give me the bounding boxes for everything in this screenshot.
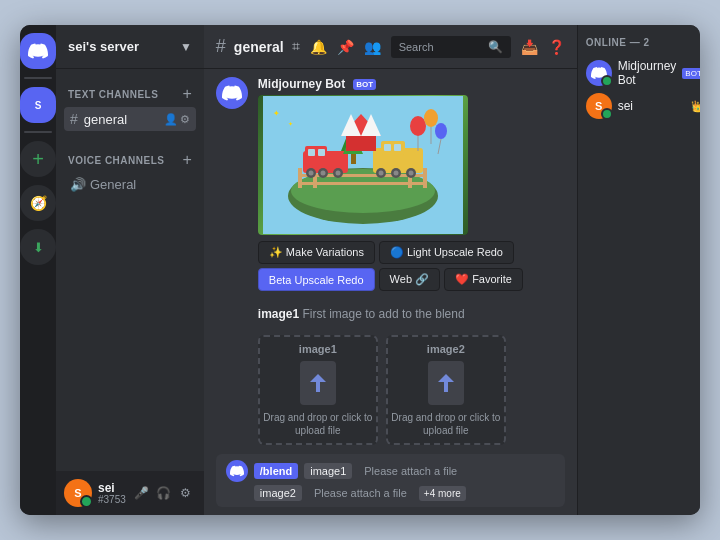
member-emoji-crown: 👑 [691, 100, 700, 113]
online-header: ONLINE — 2 [586, 37, 700, 48]
server-name: sei's server [68, 39, 180, 54]
member-bot-icon [591, 65, 607, 81]
svg-rect-22 [394, 144, 401, 151]
voice-channels-header: VOICE CHANNELS + [64, 151, 196, 169]
hashtag-icon[interactable]: ⌗ [292, 38, 300, 55]
svg-text:✦: ✦ [288, 121, 293, 127]
web-btn[interactable]: Web 🔗 [379, 268, 440, 291]
headphone-icon[interactable]: 🎧 [154, 483, 174, 503]
channel-sidebar: sei's server ▼ TEXT CHANNELS + # general… [56, 25, 204, 515]
member-badge-bot: BOT [682, 68, 700, 79]
member-name-bot: Midjourney Bot [618, 59, 677, 87]
upload-card-1-text: Drag and drop or click to upload file [260, 411, 376, 437]
user-info: sei #3753 [98, 482, 126, 505]
add-text-channel-icon[interactable]: + [182, 85, 191, 103]
light-upscale-btn[interactable]: 🔵 Light Upscale Redo [379, 241, 514, 264]
command-chip-image2[interactable]: image2 [254, 485, 302, 501]
username: sei [98, 482, 126, 494]
search-icon: 🔍 [488, 40, 503, 54]
channel-hash-icon: # [70, 111, 78, 127]
generated-image[interactable]: ✦ ✦ [258, 95, 468, 235]
action-buttons: ✨ Make Variations 🔵 Light Upscale Redo B… [258, 241, 565, 291]
search-bar[interactable]: Search 🔍 [391, 36, 511, 58]
speaker-icon: 🔊 [70, 177, 86, 192]
bot-message: Midjourney Bot BOT [216, 77, 565, 291]
member-item-bot[interactable]: Midjourney Bot BOT [586, 56, 700, 90]
explore-icon[interactable]: 🧭 [20, 185, 56, 221]
text-channels-header: TEXT CHANNELS + [64, 85, 196, 103]
member-avatar-sei: S [586, 93, 612, 119]
bot-message-content: Midjourney Bot BOT [258, 77, 565, 291]
blend-label: image1 First image to add to the blend [216, 307, 565, 321]
search-placeholder: Search [399, 41, 484, 53]
header-hash-icon: # [216, 36, 226, 57]
sei-server-icon[interactable]: S [20, 87, 56, 123]
help-icon[interactable]: ❓ [548, 39, 565, 55]
svg-point-16 [320, 171, 325, 176]
svg-point-34 [435, 123, 447, 139]
channel-header: # general ⌗ 🔔 📌 👥 Search 🔍 📥 ❓ [204, 25, 577, 69]
general-channel-item[interactable]: # general 👤 ⚙ [64, 107, 196, 131]
command-row-2: image2 Please attach a file +4 more [226, 485, 555, 501]
right-panel: ONLINE — 2 Midjourney Bot BOT S sei 👑 [577, 25, 700, 515]
upload-cards: image1 Drag and drop or click to upload … [216, 335, 565, 445]
text-channels-label: TEXT CHANNELS [68, 89, 158, 100]
text-channels-section: TEXT CHANNELS + # general 👤 ⚙ [56, 69, 204, 135]
header-channel-name: general [234, 39, 284, 55]
blend-label-text: First image to add to the blend [303, 307, 465, 321]
command-avatar [226, 460, 248, 482]
midjourney-scene: ✦ ✦ [258, 95, 468, 235]
scene-svg: ✦ ✦ [263, 96, 463, 234]
voice-channels-section: VOICE CHANNELS + 🔊 General [56, 135, 204, 200]
command-chip-attach2[interactable]: Please attach a file [308, 485, 413, 501]
upload-card-2-title: image2 [427, 343, 465, 355]
discord-home-icon[interactable] [20, 33, 56, 69]
member-item-sei[interactable]: S sei 👑 [586, 90, 700, 122]
settings-icon[interactable]: ⚙ [180, 113, 190, 126]
beta-upscale-btn[interactable]: Beta Upscale Redo [258, 268, 375, 291]
svg-point-14 [308, 171, 313, 176]
channel-icons: 👤 ⚙ [164, 113, 190, 126]
make-variations-btn[interactable]: ✨ Make Variations [258, 241, 375, 264]
command-tag[interactable]: /blend [254, 463, 298, 479]
pin-icon[interactable]: 📌 [337, 39, 354, 55]
upload-card-2-text: Drag and drop or click to upload file [388, 411, 504, 437]
user-bar: S sei #3753 🎤 🎧 ⚙ [56, 471, 204, 515]
upload-card-image1[interactable]: image1 Drag and drop or click to upload … [258, 335, 378, 445]
mic-icon[interactable]: 🎤 [132, 483, 152, 503]
bot-name: Midjourney Bot [258, 77, 345, 91]
command-bot-icon [230, 464, 244, 478]
download-icon[interactable]: ⬇ [20, 229, 56, 265]
main-content: # general ⌗ 🔔 📌 👥 Search 🔍 📥 ❓ [204, 25, 577, 515]
server-separator-2 [24, 131, 52, 133]
invite-icon[interactable]: 👤 [164, 113, 178, 126]
add-voice-channel-icon[interactable]: + [182, 151, 191, 169]
general-voice-item[interactable]: 🔊 General [64, 173, 196, 196]
command-chip-image1[interactable]: image1 [304, 463, 352, 479]
svg-point-32 [410, 116, 426, 136]
members-icon[interactable]: 👥 [364, 39, 381, 55]
user-avatar[interactable]: S [64, 479, 92, 507]
svg-rect-8 [298, 182, 427, 185]
add-server-icon[interactable]: + [20, 141, 56, 177]
upload-card-1-title: image1 [299, 343, 337, 355]
header-icons: ⌗ 🔔 📌 👥 Search 🔍 📥 ❓ [292, 36, 565, 58]
command-input-area[interactable]: /blend image1 Please attach a file image… [216, 454, 565, 507]
bell-icon[interactable]: 🔔 [310, 39, 327, 55]
server-sidebar: S + 🧭 ⬇ [20, 25, 56, 515]
upload-card-image2[interactable]: image2 Drag and drop or click to upload … [386, 335, 506, 445]
server-chevron-icon: ▼ [180, 40, 192, 54]
more-chip[interactable]: +4 more [419, 486, 466, 501]
blend-label-prefix: image1 [258, 307, 299, 321]
server-header[interactable]: sei's server ▼ [56, 25, 204, 69]
command-bar: /blend image1 Please attach a file image… [204, 448, 577, 515]
messages-area: Midjourney Bot BOT [204, 69, 577, 448]
command-chip-attach1[interactable]: Please attach a file [358, 463, 463, 479]
bot-badge: BOT [353, 79, 376, 90]
svg-point-26 [393, 171, 398, 176]
user-actions: 🎤 🎧 ⚙ [132, 483, 196, 503]
inbox-icon[interactable]: 📥 [521, 39, 538, 55]
voice-channels-label: VOICE CHANNELS [68, 155, 164, 166]
favorite-btn[interactable]: ❤️ Favorite [444, 268, 523, 291]
settings-icon[interactable]: ⚙ [176, 483, 196, 503]
